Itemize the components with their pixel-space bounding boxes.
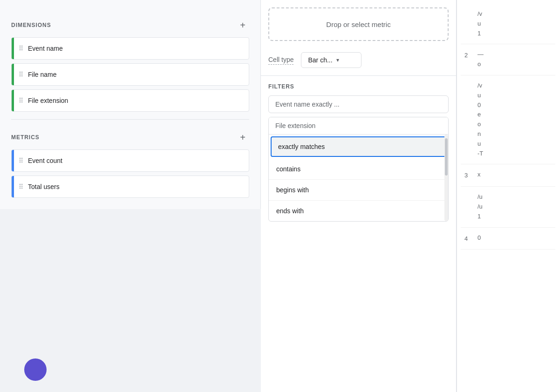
right-panel: /vu1 2 —o /vu0eonu-T 3 x /u/u1 4 0: [457, 0, 559, 392]
filters-section: FILTERS Event name exactly ... File exte…: [261, 75, 456, 222]
row-text-6: 0: [477, 233, 552, 243]
dimension-label-file-extension: File extension: [28, 97, 68, 104]
dropdown-option-contains[interactable]: contains: [269, 159, 448, 179]
drag-icon-event-count[interactable]: ⠿: [14, 157, 28, 164]
dropdown-scroll-container: exactly matches contains begins with end…: [269, 135, 448, 221]
drag-icon-file-name[interactable]: ⠿: [14, 71, 28, 78]
dimensions-label: DIMENSIONS: [11, 22, 51, 28]
file-extension-header: File extension: [269, 117, 448, 135]
filters-title: FILTERS: [268, 83, 449, 90]
cell-type-label: Cell type: [268, 56, 293, 65]
dropdown-option-begins-with[interactable]: begins with: [269, 179, 448, 200]
section-divider: [11, 119, 249, 120]
middle-panel: Drop or select metric Cell type Bar ch..…: [261, 0, 457, 392]
row-number-3: [464, 81, 474, 82]
metric-label-event-count: Event count: [28, 157, 62, 164]
file-extension-dropdown[interactable]: File extension exactly matches contains …: [268, 117, 449, 222]
dimension-item-event-name[interactable]: ⠿ Event name: [11, 37, 249, 60]
drag-icon-file-extension[interactable]: ⠿: [14, 97, 28, 104]
add-metric-button[interactable]: +: [236, 131, 249, 144]
dropdown-option-exactly-matches[interactable]: exactly matches: [271, 136, 446, 157]
dropdown-scrollbar[interactable]: [444, 135, 448, 221]
dimensions-section-header: DIMENSIONS +: [11, 11, 249, 37]
drop-metric-text: Drop or select metric: [326, 20, 390, 28]
dimension-item-file-extension[interactable]: ⠿ File extension: [11, 89, 249, 112]
row-number-5: [464, 192, 474, 193]
cell-type-select[interactable]: Bar ch... ▾: [301, 52, 361, 68]
data-row-1: /vu1: [461, 4, 555, 44]
drag-icon-total-users[interactable]: ⠿: [14, 183, 28, 190]
dropdown-option-ends-with[interactable]: ends with: [269, 200, 448, 221]
row-number-4: 3: [464, 170, 474, 181]
row-text-5: /u/u1: [477, 192, 552, 221]
data-row-5: /u/u1: [461, 187, 555, 227]
row-text-1: /vu1: [477, 9, 552, 38]
data-row-4: 3 x: [461, 164, 555, 187]
row-number-1: [464, 9, 474, 10]
row-number-2: 2: [464, 50, 474, 61]
metric-item-event-count[interactable]: ⠿ Event count: [11, 149, 249, 172]
dropdown-scrollbar-thumb: [445, 138, 448, 176]
filter-event-name-text: Event name exactly ...: [275, 101, 340, 108]
metrics-label: METRICS: [11, 134, 40, 141]
metric-label-total-users: Total users: [28, 183, 60, 190]
metric-item-total-users[interactable]: ⠿ Total users: [11, 176, 249, 198]
data-row-2: 2 —o: [461, 44, 555, 75]
dropdown-options: exactly matches contains begins with end…: [269, 135, 448, 221]
data-row-3: /vu0eonu-T: [461, 75, 555, 164]
row-number-6: 4: [464, 233, 474, 244]
add-dimension-button[interactable]: +: [236, 19, 249, 32]
chevron-down-icon: ▾: [336, 57, 339, 63]
avatar[interactable]: [24, 358, 47, 381]
filter-event-name-pill[interactable]: Event name exactly ...: [268, 95, 449, 113]
row-text-2: —o: [477, 50, 552, 69]
dimension-label-file-name: File name: [28, 71, 56, 78]
metrics-section-header: METRICS +: [11, 123, 249, 149]
row-text-4: x: [477, 170, 552, 180]
right-panel-content: /vu1 2 —o /vu0eonu-T 3 x /u/u1 4 0: [457, 0, 559, 253]
drag-icon-event-name[interactable]: ⠿: [14, 45, 28, 52]
dimension-item-file-name[interactable]: ⠿ File name: [11, 63, 249, 86]
dimension-label-event-name: Event name: [28, 45, 63, 52]
cell-type-value: Bar ch...: [308, 56, 332, 64]
row-text-3: /vu0eonu-T: [477, 81, 552, 158]
data-row-6: 4 0: [461, 228, 555, 250]
drop-metric-area[interactable]: Drop or select metric: [268, 7, 449, 41]
cell-type-row: Cell type Bar ch... ▾: [261, 48, 456, 75]
